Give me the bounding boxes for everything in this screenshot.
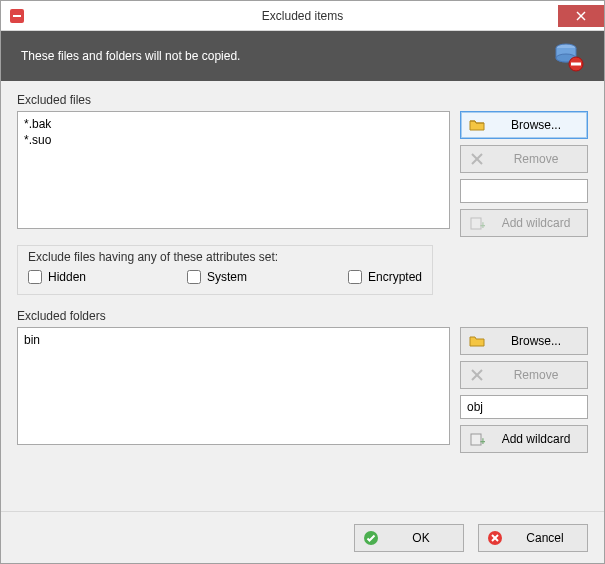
folders-add-wildcard-button[interactable]: + Add wildcard xyxy=(460,425,588,453)
svg-text:+: + xyxy=(480,220,485,231)
file-attributes-box: Exclude files having any of these attrib… xyxy=(17,245,433,295)
folder-icon xyxy=(469,117,485,133)
folders-browse-label: Browse... xyxy=(493,334,579,348)
excluded-folders-side: Browse... Remove + Add wildcard xyxy=(460,327,588,453)
folders-remove-label: Remove xyxy=(493,368,579,382)
app-icon xyxy=(9,8,25,24)
file-attributes-title: Exclude files having any of these attrib… xyxy=(28,250,422,264)
excluded-files-list[interactable]: *.bak *.suo xyxy=(17,111,450,229)
ok-label: OK xyxy=(387,531,455,545)
svg-rect-7 xyxy=(571,63,581,66)
files-add-wildcard-button[interactable]: + Add wildcard xyxy=(460,209,588,237)
system-checkbox-label: System xyxy=(207,270,247,284)
window-title: Excluded items xyxy=(1,9,604,23)
add-wildcard-icon: + xyxy=(469,431,485,447)
folders-remove-button[interactable]: Remove xyxy=(460,361,588,389)
folders-browse-button[interactable]: Browse... xyxy=(460,327,588,355)
excluded-folders-group: Excluded folders bin Browse... Remove xyxy=(17,309,588,453)
files-wildcard-input[interactable] xyxy=(460,179,588,203)
encrypted-checkbox-label: Encrypted xyxy=(368,270,422,284)
folders-wildcard-input[interactable] xyxy=(460,395,588,419)
svg-rect-1 xyxy=(13,15,21,17)
ok-button[interactable]: OK xyxy=(354,524,464,552)
encrypted-checkbox[interactable]: Encrypted xyxy=(348,270,422,284)
cancel-icon xyxy=(487,530,503,546)
hidden-checkbox-input[interactable] xyxy=(28,270,42,284)
ok-icon xyxy=(363,530,379,546)
hidden-checkbox[interactable]: Hidden xyxy=(28,270,86,284)
hidden-checkbox-label: Hidden xyxy=(48,270,86,284)
excluded-folders-list[interactable]: bin xyxy=(17,327,450,445)
folder-icon xyxy=(469,333,485,349)
files-browse-label: Browse... xyxy=(493,118,579,132)
folders-add-wildcard-label: Add wildcard xyxy=(493,432,579,446)
cancel-button[interactable]: Cancel xyxy=(478,524,588,552)
content-area: Excluded files *.bak *.suo Browse... xyxy=(1,81,604,511)
database-excluded-icon xyxy=(552,40,584,72)
files-browse-button[interactable]: Browse... xyxy=(460,111,588,139)
files-remove-button[interactable]: Remove xyxy=(460,145,588,173)
footer: OK Cancel xyxy=(1,511,604,563)
window-root: Excluded items These files and folders w… xyxy=(0,0,605,564)
titlebar: Excluded items xyxy=(1,1,604,31)
files-remove-label: Remove xyxy=(493,152,579,166)
svg-text:+: + xyxy=(480,436,485,447)
excluded-folders-label: Excluded folders xyxy=(17,309,588,323)
encrypted-checkbox-input[interactable] xyxy=(348,270,362,284)
remove-icon xyxy=(469,367,485,383)
excluded-files-label: Excluded files xyxy=(17,93,588,107)
header-strip: These files and folders will not be copi… xyxy=(1,31,604,81)
files-add-wildcard-label: Add wildcard xyxy=(493,216,579,230)
close-button[interactable] xyxy=(558,5,604,27)
excluded-files-side: Browse... Remove + Add wildcard xyxy=(460,111,588,237)
system-checkbox[interactable]: System xyxy=(187,270,247,284)
add-wildcard-icon: + xyxy=(469,215,485,231)
excluded-files-group: Excluded files *.bak *.suo Browse... xyxy=(17,93,588,295)
system-checkbox-input[interactable] xyxy=(187,270,201,284)
header-description: These files and folders will not be copi… xyxy=(21,49,240,63)
cancel-label: Cancel xyxy=(511,531,579,545)
remove-icon xyxy=(469,151,485,167)
